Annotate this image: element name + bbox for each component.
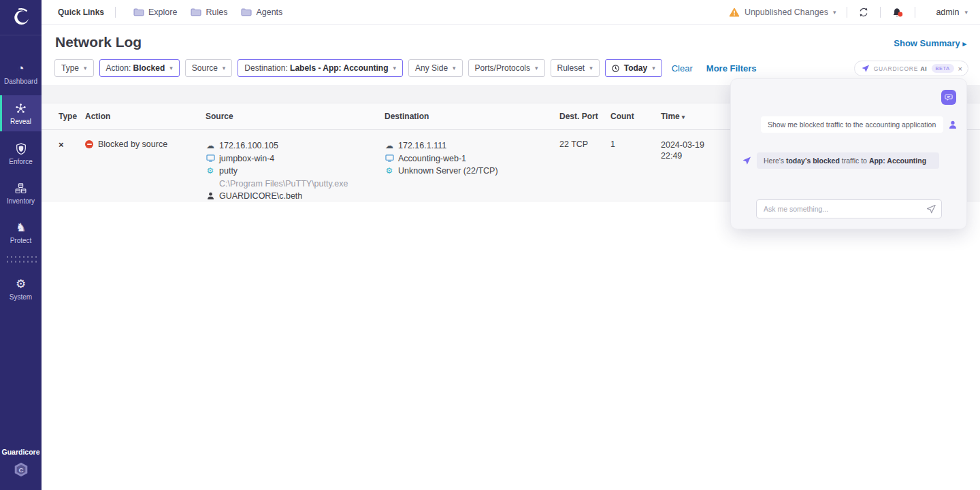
monitor-icon xyxy=(385,154,394,162)
sidebar-dotted-divider xyxy=(5,255,37,265)
chevron-down-icon: ▾ xyxy=(964,9,968,16)
divider xyxy=(847,7,847,18)
topbar-nav-explore[interactable]: Explore xyxy=(133,7,177,17)
filter-bar: Type ▾ Action: Blocked ▾ Source ▾ Destin… xyxy=(54,59,756,77)
divider xyxy=(880,7,881,18)
chat-refresh-icon xyxy=(945,93,953,101)
user-avatar-icon xyxy=(949,120,957,129)
blocked-icon xyxy=(85,140,93,148)
topbar-nav-rules[interactable]: Rules xyxy=(191,7,227,17)
more-filters-button[interactable]: More Filters xyxy=(706,63,757,74)
chevron-down-icon: ▾ xyxy=(833,9,836,16)
destination-cell: ☁ 172.16.1.111 Accounting-web-1 ⚙ Unknow… xyxy=(385,140,559,178)
send-button[interactable] xyxy=(926,203,936,217)
process-gear-icon: ⚙ xyxy=(207,167,214,175)
sidebar-item-system[interactable]: ⚙ System xyxy=(0,272,42,307)
connection-failed-icon: × xyxy=(59,140,85,150)
guardicore-ai-panel: Show me blocked traffic to the accountin… xyxy=(730,78,967,229)
col-destination[interactable]: Destination xyxy=(385,112,559,121)
brand-name: Guardicore xyxy=(0,448,42,456)
divider xyxy=(915,7,915,18)
col-count[interactable]: Count xyxy=(610,112,661,121)
col-dest-port[interactable]: Dest. Port xyxy=(559,112,610,121)
bell-icon xyxy=(892,7,904,18)
filter-source[interactable]: Source ▾ xyxy=(185,59,233,77)
filter-ruleset[interactable]: Ruleset ▾ xyxy=(551,59,600,77)
source-host: jumpbox-win-4 xyxy=(206,152,385,165)
filter-type[interactable]: Type ▾ xyxy=(54,59,94,77)
send-plane-icon xyxy=(861,64,870,73)
chevron-down-icon: ▾ xyxy=(535,65,538,71)
col-type[interactable]: Type xyxy=(59,112,85,121)
sidebar-brand: Guardicore C xyxy=(0,448,42,480)
filter-destination[interactable]: Destination: Labels - App: Accounting ▾ xyxy=(238,59,403,77)
close-icon[interactable]: × xyxy=(958,65,962,73)
new-chat-button[interactable] xyxy=(941,90,956,105)
process-gear-icon: ⚙ xyxy=(386,167,393,175)
topbar-right: Unpublished Changes ▾ admin ▾ xyxy=(729,7,968,18)
folder-icon xyxy=(191,8,201,16)
pie-chart-icon: ◔ xyxy=(17,63,24,75)
sort-down-icon: ▾ xyxy=(682,114,685,120)
chevron-down-icon: ▾ xyxy=(589,65,593,71)
sidebar-nav: ◔ Dashboard Reveal Enforc xyxy=(0,56,42,307)
ai-message-row: Here's today's blocked traffic to App: A… xyxy=(742,152,939,169)
filter-action[interactable]: Action: Blocked ▾ xyxy=(99,59,180,77)
gear-icon: ⚙ xyxy=(16,278,26,291)
sidebar-item-enforce[interactable]: Enforce xyxy=(0,135,42,172)
col-action[interactable]: Action xyxy=(85,112,206,121)
ai-send-plane-icon xyxy=(742,156,751,165)
chess-knight-icon: ♞ xyxy=(16,222,26,234)
filter-time-today[interactable]: Today ▾ xyxy=(605,59,662,77)
divider xyxy=(115,7,116,18)
dest-port-cell: 22 TCP xyxy=(559,140,610,149)
arrow-right-icon: ▸ xyxy=(962,39,966,48)
ai-input-wrap xyxy=(756,199,942,218)
cloud-icon: ☁ xyxy=(385,142,393,150)
guardicore-swirl-icon xyxy=(11,7,31,28)
guardicore-logo[interactable] xyxy=(0,0,42,35)
chevron-down-icon: ▾ xyxy=(84,65,87,71)
notifications-button[interactable] xyxy=(892,7,904,18)
source-ip: ☁ 172.16.100.105 xyxy=(206,140,385,152)
guardicore-ai-chip[interactable]: GUARDICORE AI BETA × xyxy=(854,61,968,76)
sidebar-item-reveal[interactable]: Reveal xyxy=(0,95,42,131)
quick-links-label[interactable]: Quick Links xyxy=(58,7,104,17)
refresh-icon xyxy=(858,7,869,18)
beta-badge: BETA xyxy=(932,64,954,73)
source-process-path: C:\Program Files\PuTTY\putty.exe xyxy=(219,178,385,191)
sidebar-item-dashboard[interactable]: ◔ Dashboard xyxy=(0,56,42,91)
source-cell: ☁ 172.16.100.105 jumpbox-win-4 ⚙ putty C… xyxy=(206,140,385,203)
user-menu[interactable]: admin ▾ xyxy=(936,7,968,17)
sidebar-item-inventory[interactable]: Inventory xyxy=(0,176,42,211)
folder-icon xyxy=(241,8,252,16)
ai-input[interactable] xyxy=(756,199,942,218)
sidebar: ◔ Dashboard Reveal Enforc xyxy=(0,0,42,490)
filter-ports-protocols[interactable]: Ports/Protocols ▾ xyxy=(468,59,545,77)
chevron-down-icon: ▾ xyxy=(652,65,655,71)
destination-ip: ☁ 172.16.1.111 xyxy=(385,140,559,152)
monitor-icon xyxy=(206,154,215,162)
user-icon xyxy=(207,192,214,200)
filter-any-side[interactable]: Any Side ▾ xyxy=(408,59,463,77)
ai-message-bubble: Here's today's blocked traffic to App: A… xyxy=(757,152,939,169)
network-graph-icon xyxy=(14,102,27,115)
cloud-icon: ☁ xyxy=(206,142,214,150)
col-source[interactable]: Source xyxy=(206,112,385,121)
chevron-down-icon: ▾ xyxy=(223,65,226,71)
user-message-row: Show me blocked traffic to the accountin… xyxy=(761,116,957,133)
unpublished-changes-dropdown[interactable]: Unpublished Changes ▾ xyxy=(729,7,836,17)
svg-text:C: C xyxy=(18,466,23,474)
topbar-nav-agents[interactable]: Agents xyxy=(241,7,282,17)
clear-filters-button[interactable]: Clear xyxy=(672,63,693,74)
show-summary-link[interactable]: Show Summary ▸ xyxy=(894,38,966,48)
send-icon xyxy=(926,203,936,214)
count-cell: 1 xyxy=(610,140,661,149)
warning-icon xyxy=(729,7,740,17)
destination-service: ⚙ Unknown Server (22/TCP) xyxy=(385,165,559,178)
folder-icon xyxy=(133,8,144,16)
topbar: Quick Links Explore Rules Agents xyxy=(42,0,980,25)
user-message-bubble: Show me blocked traffic to the accountin… xyxy=(761,116,943,133)
sidebar-item-protect[interactable]: ♞ Protect xyxy=(0,215,42,250)
refresh-button[interactable] xyxy=(858,7,869,18)
